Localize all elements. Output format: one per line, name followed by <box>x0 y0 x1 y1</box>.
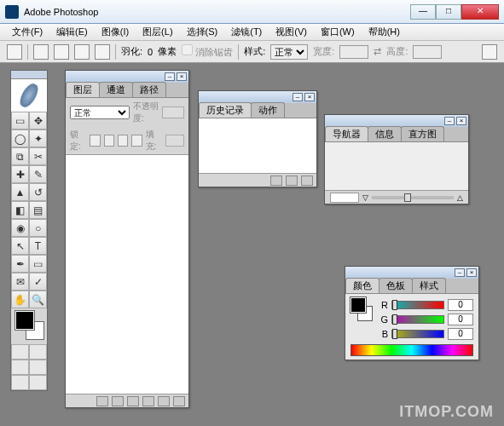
screenmode-c-icon[interactable] <box>11 375 29 390</box>
shape-tool[interactable]: ▭ <box>29 255 47 273</box>
r-value[interactable]: 0 <box>448 299 473 311</box>
tab-color[interactable]: 颜色 <box>345 278 379 293</box>
notes-tool[interactable]: ✉ <box>11 273 29 291</box>
dodge-tool[interactable]: ○ <box>29 219 47 237</box>
lock-paint-icon[interactable] <box>104 135 114 147</box>
eraser-tool[interactable]: ◧ <box>11 201 29 219</box>
menu-image[interactable]: 图像(I) <box>95 24 136 40</box>
folder-icon[interactable] <box>127 396 139 406</box>
gradient-tool[interactable]: ▤ <box>29 201 47 219</box>
type-tool[interactable]: T <box>29 237 47 255</box>
menu-select[interactable]: 选择(S) <box>180 24 225 40</box>
lock-move-icon[interactable] <box>118 135 128 147</box>
g-slider[interactable] <box>391 315 444 324</box>
close-panel-icon[interactable]: × <box>466 268 477 277</box>
fg-swatch[interactable] <box>15 311 34 330</box>
fg-color-swatch[interactable] <box>350 297 366 313</box>
path-tool[interactable]: ↖ <box>11 237 29 255</box>
hand-tool[interactable]: ✋ <box>11 291 29 308</box>
eyedropper-tool[interactable]: ✓ <box>29 273 47 291</box>
blend-mode-select[interactable]: 正常 <box>70 106 130 119</box>
zoom-input[interactable] <box>330 193 359 203</box>
minimize-icon[interactable]: – <box>165 72 175 81</box>
mask-icon[interactable] <box>112 396 124 406</box>
navigator-panel[interactable]: –× 导航器 信息 直方图 ▽ △ <box>324 114 469 204</box>
selmode-new-icon[interactable] <box>33 44 49 60</box>
close-panel-icon[interactable]: × <box>304 93 315 101</box>
close-button[interactable]: ✕ <box>461 4 499 20</box>
color-panel[interactable]: –× 颜色 色板 样式 R0 G0 B0 <box>345 266 479 360</box>
zoom-slider[interactable] <box>372 196 454 199</box>
adjust-icon[interactable] <box>142 396 154 406</box>
feather-value[interactable]: 0 <box>148 47 153 57</box>
tab-paths[interactable]: 路径 <box>132 82 166 97</box>
new-layer-icon[interactable] <box>158 396 170 406</box>
snap-icon[interactable] <box>270 176 282 186</box>
maximize-button[interactable]: □ <box>436 4 461 20</box>
layers-panel[interactable]: –× 图层 通道 路径 正常 不透明度: 锁定: 填充: <box>65 70 189 408</box>
tab-styles[interactable]: 样式 <box>412 278 446 293</box>
spectrum-bar[interactable] <box>350 344 473 356</box>
lasso-tool[interactable]: ◯ <box>11 130 29 147</box>
trash-icon[interactable] <box>173 396 185 406</box>
marquee-icon[interactable] <box>7 44 22 60</box>
r-slider[interactable] <box>391 301 444 309</box>
trash-icon[interactable] <box>301 176 313 186</box>
tab-swatches[interactable]: 色板 <box>379 278 413 293</box>
lock-trans-icon[interactable] <box>90 135 100 147</box>
move-tool[interactable]: ✥ <box>29 112 47 130</box>
slice-tool[interactable]: ✂ <box>29 147 47 165</box>
minimize-icon[interactable]: – <box>455 268 465 277</box>
zoom-in-icon[interactable]: △ <box>457 193 463 202</box>
zoom-tool[interactable]: 🔍 <box>29 291 47 308</box>
palette-well-icon[interactable] <box>482 44 497 60</box>
marquee-tool[interactable]: ▭ <box>11 112 29 130</box>
zoom-out-icon[interactable]: ▽ <box>362 193 368 202</box>
tools-grip[interactable] <box>11 71 47 79</box>
tab-layers[interactable]: 图层 <box>66 82 100 97</box>
heal-tool[interactable]: ✚ <box>11 165 29 183</box>
selmode-int-icon[interactable] <box>95 44 110 60</box>
b-slider[interactable] <box>391 330 444 338</box>
menu-help[interactable]: 帮助(H) <box>362 24 407 40</box>
tools-panel[interactable]: ▭ ✥ ◯ ✦ ⧉ ✂ ✚ ✎ ▲ ↺ ◧ ▤ ◉ ○ ↖ T ✒ ▭ ✉ ✓ … <box>10 70 48 391</box>
menu-file[interactable]: 文件(F) <box>5 24 49 40</box>
tab-actions[interactable]: 动作 <box>251 102 285 118</box>
history-brush-tool[interactable]: ↺ <box>29 183 47 201</box>
color-swatch-pair[interactable] <box>350 297 374 325</box>
color-swatches[interactable] <box>11 308 47 344</box>
close-panel-icon[interactable]: × <box>177 72 187 81</box>
layers-list[interactable] <box>66 155 188 394</box>
crop-tool[interactable]: ⧉ <box>11 147 29 165</box>
screenmode-std-icon[interactable] <box>11 344 29 360</box>
quickmask-icon[interactable] <box>29 344 47 360</box>
tab-history[interactable]: 历史记录 <box>199 102 252 118</box>
tab-info[interactable]: 信息 <box>368 126 402 141</box>
blur-tool[interactable]: ◉ <box>11 219 29 237</box>
history-panel[interactable]: –× 历史记录 动作 <box>198 90 317 187</box>
brush-tool[interactable]: ✎ <box>29 165 47 183</box>
menu-filter[interactable]: 滤镜(T) <box>224 24 269 40</box>
close-panel-icon[interactable]: × <box>456 117 466 125</box>
selmode-sub-icon[interactable] <box>74 44 90 60</box>
minimize-icon[interactable]: – <box>444 117 455 125</box>
style-select[interactable]: 正常 <box>270 44 308 60</box>
lock-all-icon[interactable] <box>131 135 142 147</box>
screenmode-b-icon[interactable] <box>29 360 47 375</box>
menu-view[interactable]: 视图(V) <box>269 24 314 40</box>
selmode-add-icon[interactable] <box>54 44 69 60</box>
screenmode-a-icon[interactable] <box>11 360 29 375</box>
menu-window[interactable]: 窗口(W) <box>314 24 362 40</box>
minimize-icon[interactable]: – <box>293 93 303 101</box>
jump-icon[interactable] <box>29 375 47 390</box>
wand-tool[interactable]: ✦ <box>29 130 47 147</box>
tab-histogram[interactable]: 直方图 <box>401 126 444 141</box>
stamp-tool[interactable]: ▲ <box>11 183 29 201</box>
menu-layer[interactable]: 图层(L) <box>136 24 179 40</box>
minimize-button[interactable]: — <box>410 4 436 20</box>
g-value[interactable]: 0 <box>448 314 473 325</box>
tab-channels[interactable]: 通道 <box>99 82 133 97</box>
new-state-icon[interactable] <box>286 176 298 186</box>
menu-edit[interactable]: 编辑(E) <box>49 24 95 40</box>
pen-tool[interactable]: ✒ <box>11 255 29 273</box>
